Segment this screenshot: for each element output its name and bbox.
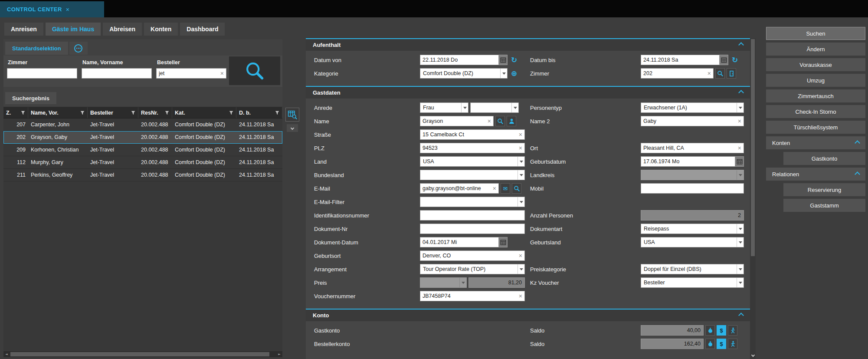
check-in-storno-button[interactable]: Check-In Storno — [766, 105, 865, 118]
column-header-zimmer[interactable]: Z. — [3, 107, 28, 118]
besteller-filter-input[interactable] — [157, 70, 218, 76]
name-input[interactable] — [420, 118, 485, 124]
collapse-icon[interactable] — [738, 90, 744, 96]
section-header-konto[interactable]: Konto — [306, 309, 750, 321]
kategorie-select[interactable]: Comfort Double (DZ) — [420, 68, 508, 79]
collapse-icon[interactable] — [855, 171, 860, 177]
close-icon[interactable]: × — [66, 6, 70, 13]
identifikationsnummer-input[interactable] — [420, 212, 524, 218]
column-header-besteller[interactable]: Besteller — [88, 107, 138, 118]
scrollbar-track[interactable] — [10, 351, 276, 357]
zimmer-filter-input[interactable] — [7, 70, 77, 76]
clear-icon[interactable]: × — [517, 293, 524, 299]
table-row[interactable]: 209 Korhonen, Christian Jet-Travel 20.00… — [3, 144, 282, 156]
filter-icon[interactable] — [21, 111, 25, 115]
table-row[interactable]: 207 Carpenter, John Jet-Travel 20.002.48… — [3, 119, 282, 131]
email-search-button[interactable] — [512, 183, 521, 194]
room-search-button[interactable] — [715, 68, 725, 79]
payment-button[interactable]: $ — [717, 339, 726, 349]
arrangement-select[interactable]: Tour Operator Rate (TOP) — [420, 264, 525, 274]
column-header-name[interactable]: Name, Vor. — [28, 107, 88, 118]
preis-currency-select[interactable] — [420, 277, 467, 288]
horizontal-scrollbar[interactable]: ◄ ► — [3, 351, 282, 357]
collapse-icon[interactable] — [855, 140, 860, 146]
dokument-datum-input[interactable] — [420, 239, 498, 245]
email-filter-select[interactable] — [420, 197, 525, 207]
payment-button[interactable]: $ — [717, 325, 726, 336]
refresh-date-icon[interactable]: ↻ — [730, 56, 740, 64]
email-input[interactable] — [420, 185, 491, 191]
expand-results-button[interactable] — [287, 124, 298, 132]
cash-button[interactable] — [705, 339, 715, 349]
checkout-button[interactable] — [728, 325, 737, 336]
anrede-select[interactable]: Frau — [420, 102, 468, 113]
scroll-right-arrow[interactable]: ► — [276, 352, 282, 356]
gaststamm-button[interactable]: Gaststamm — [783, 199, 865, 212]
zimmer-input[interactable] — [641, 70, 705, 76]
name-filter-input[interactable] — [82, 70, 151, 76]
name2-input[interactable] — [641, 118, 736, 124]
filter-icon[interactable] — [131, 111, 135, 115]
clear-icon[interactable]: × — [736, 145, 744, 151]
clear-icon[interactable]: × — [517, 132, 524, 138]
datum-bis-input[interactable] — [641, 57, 719, 63]
gastkonto-button[interactable]: Gastkonto — [783, 152, 865, 165]
titel-select[interactable] — [470, 102, 519, 113]
control-center-tab[interactable]: CONTROL CENTER × — [0, 1, 104, 17]
landkreis-select[interactable] — [641, 170, 744, 180]
clear-icon[interactable]: × — [485, 118, 493, 124]
section-header-gastdaten[interactable]: Gastdaten — [306, 86, 750, 99]
personentyp-select[interactable]: Erwachsener (1A) — [641, 102, 744, 113]
mobil-input[interactable] — [641, 185, 744, 191]
aendern-button[interactable]: Ändern — [766, 43, 865, 56]
clear-icon[interactable]: × — [736, 118, 744, 124]
collapse-icon[interactable] — [738, 313, 744, 318]
datum-von-input[interactable] — [420, 57, 498, 63]
clear-icon[interactable]: × — [517, 253, 524, 259]
section-header-aufenthalt[interactable]: Aufenthalt — [306, 38, 750, 51]
tab-gaeste-im-haus[interactable]: Gäste im Haus — [46, 23, 101, 36]
collapse-icon[interactable] — [738, 42, 744, 48]
konten-section-header[interactable]: Konten — [766, 136, 865, 149]
cash-button[interactable] — [705, 325, 715, 336]
refresh-date-icon[interactable]: ↻ — [509, 56, 519, 64]
filter-icon[interactable] — [165, 111, 169, 115]
room-plan-button[interactable] — [727, 68, 736, 79]
table-search-button[interactable] — [285, 108, 299, 122]
clear-icon[interactable]: × — [218, 70, 226, 76]
dokumentart-select[interactable]: Reisepass — [641, 224, 744, 234]
column-header-resnr[interactable]: ResNr. — [138, 107, 172, 118]
scrollbar-thumb[interactable] — [10, 352, 269, 356]
geburtsdatum-input[interactable] — [641, 158, 735, 165]
calendar-button[interactable] — [498, 55, 507, 65]
scrollbar-thumb[interactable] — [751, 39, 755, 256]
umzug-button[interactable]: Umzug — [766, 74, 865, 87]
search-button[interactable] — [229, 56, 280, 85]
zimmertausch-button[interactable]: Zimmertausch — [766, 89, 865, 102]
calendar-button[interactable] — [498, 237, 507, 247]
column-header-kategorie[interactable]: Kat. — [172, 107, 236, 118]
plz-input[interactable] — [420, 145, 517, 151]
preiskategorie-select[interactable]: Doppel für Einzel (DBS) — [641, 264, 744, 274]
ort-input[interactable] — [641, 145, 736, 151]
land-select[interactable]: USA — [420, 156, 525, 167]
scroll-left-arrow[interactable]: ◄ — [3, 352, 10, 356]
clear-icon[interactable]: × — [491, 185, 498, 191]
vorauskasse-button[interactable]: Vorauskasse — [766, 58, 865, 71]
strasse-input[interactable] — [420, 132, 517, 138]
tab-konten[interactable]: Konten — [144, 23, 178, 36]
selection-options-button[interactable]: ⋯ — [69, 42, 88, 55]
geburtsland-select[interactable]: USA — [641, 237, 744, 247]
column-header-datum-bis[interactable]: D. b. — [236, 107, 282, 118]
kz-voucher-select[interactable]: Besteller — [641, 277, 744, 288]
table-row[interactable]: 211 Perkins, Geoffrey Jet-Travel 20.002.… — [3, 169, 282, 181]
table-row[interactable]: 112 Murphy, Gary Jet-Travel 20.002.488 C… — [3, 156, 282, 169]
suchen-button[interactable]: Suchen — [766, 27, 865, 40]
guest-search-button[interactable] — [495, 116, 505, 126]
filter-icon[interactable] — [275, 111, 279, 115]
tab-anreisen[interactable]: Anreisen — [4, 23, 43, 36]
checkout-button[interactable] — [728, 339, 737, 349]
guest-profile-button[interactable] — [507, 116, 516, 126]
tab-dashboard[interactable]: Dashboard — [180, 23, 225, 36]
table-row-selected[interactable]: 202 Grayson, Gaby Jet-Travel 20.002.488 … — [3, 131, 282, 144]
